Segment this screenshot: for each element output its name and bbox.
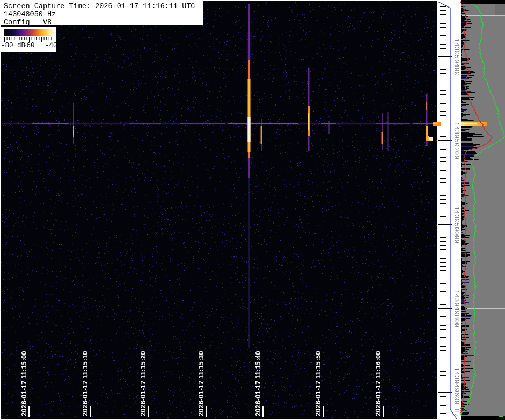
- time-axis-tick: [262, 406, 264, 417]
- colorbar-tick-label: -60: [23, 42, 35, 49]
- colorbar-tick-label: -40: [45, 42, 57, 49]
- time-axis-label: 2026-01-17 11:15:30: [197, 351, 205, 416]
- freq-axis-label: 143050200: [452, 122, 460, 159]
- freq-axis-label: 143049600 Hz: [452, 367, 460, 417]
- time-axis-label: 2026-01-17 11:15:20: [139, 351, 147, 416]
- freq-axis-label: 143049800: [452, 290, 460, 327]
- spectrogram-canvas: [0, 0, 505, 420]
- time-axis-tick: [28, 406, 30, 417]
- time-axis-label: 2026-01-17 11:15:00: [20, 351, 28, 416]
- time-axis-tick: [90, 406, 91, 417]
- time-axis-label: 2026-01-17 11:15:40: [254, 351, 262, 416]
- spectrum-lab-screen-capture: Screen Capture Time: 2026-01-17 11:16:11…: [0, 0, 505, 420]
- time-axis-label: 2026-01-17 11:16:00: [374, 351, 382, 416]
- config-label: Config = V8: [4, 18, 203, 26]
- time-axis-tick: [383, 406, 384, 417]
- time-axis-tick: [148, 406, 149, 417]
- time-axis-tick: [323, 406, 324, 417]
- capture-time-label: Screen Capture Time: 2026-01-17 11:16:11…: [4, 2, 203, 10]
- freq-axis-label: 143050400: [452, 38, 460, 76]
- time-axis-tick: [206, 406, 207, 417]
- freq-axis-label: 143050000: [452, 206, 460, 244]
- time-axis-label: 2026-01-17 11:15:50: [314, 351, 322, 416]
- colorbar-tick-label: -80 dB: [1, 42, 25, 49]
- capture-frequency-label: 143048050 Hz: [4, 10, 203, 18]
- time-axis-label: 2026-01-17 11:15:10: [81, 351, 89, 416]
- capture-info-panel: Screen Capture Time: 2026-01-17 11:16:11…: [1, 1, 203, 25]
